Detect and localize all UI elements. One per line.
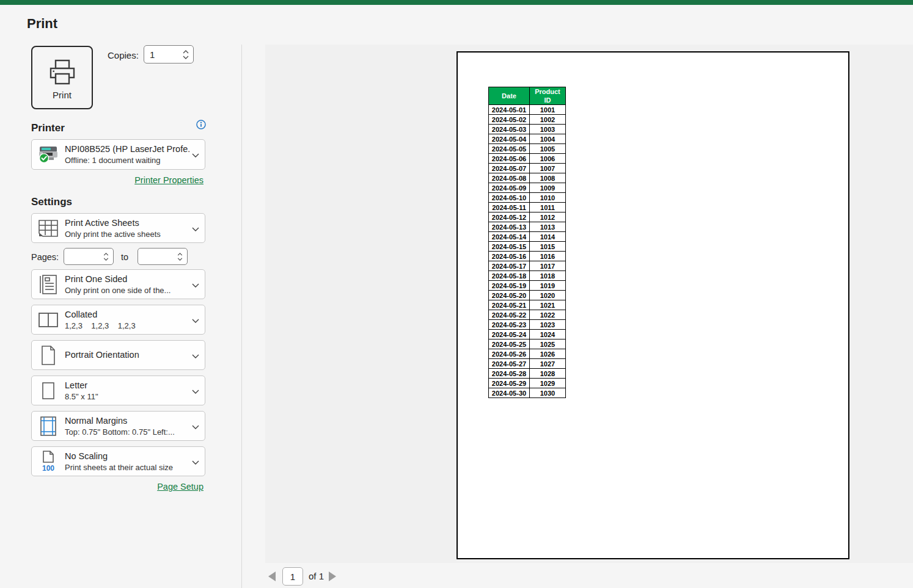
table-cell: 1018 bbox=[530, 271, 566, 281]
table-row: 2024-05-291029 bbox=[489, 379, 566, 388]
svg-text:100: 100 bbox=[42, 464, 54, 473]
orientation-dropdown[interactable]: Portrait Orientation bbox=[31, 340, 205, 370]
chevron-down-icon bbox=[189, 279, 205, 290]
table-row: 2024-05-271027 bbox=[489, 359, 566, 369]
table-cell: 1002 bbox=[530, 115, 566, 125]
table-cell: 2024-05-09 bbox=[489, 183, 530, 193]
table-row: 2024-05-131013 bbox=[489, 222, 566, 232]
table-cell: 1021 bbox=[530, 300, 566, 310]
scaling-dropdown[interactable]: 100 No Scaling Print sheets at their act… bbox=[31, 446, 205, 476]
table-cell: 2024-05-20 bbox=[489, 291, 530, 300]
spin-down-icon[interactable] bbox=[103, 258, 109, 261]
scaling-title: No Scaling bbox=[65, 451, 189, 462]
active-sheets-icon bbox=[32, 218, 65, 239]
duplex-dropdown[interactable]: Print One Sided Only print on one side o… bbox=[31, 269, 205, 299]
copies-input[interactable] bbox=[144, 49, 183, 60]
pages-from-stepper[interactable] bbox=[64, 248, 114, 265]
table-cell: 2024-05-23 bbox=[489, 320, 530, 330]
table-cell: 2024-05-18 bbox=[489, 271, 530, 281]
table-cell: 2024-05-24 bbox=[489, 330, 530, 339]
orientation-title: Portrait Orientation bbox=[65, 349, 189, 361]
table-cell: 1004 bbox=[530, 134, 566, 144]
table-row: 2024-05-241024 bbox=[489, 330, 566, 339]
table-row: 2024-05-211021 bbox=[489, 300, 566, 310]
pages-to-input[interactable] bbox=[138, 252, 177, 262]
printer-properties-link[interactable]: Printer Properties bbox=[31, 175, 204, 185]
info-icon[interactable] bbox=[196, 120, 206, 132]
pages-to-stepper[interactable] bbox=[138, 248, 188, 265]
current-page-input[interactable] bbox=[283, 568, 302, 585]
table-cell: 1022 bbox=[530, 310, 566, 320]
table-cell: 2024-05-10 bbox=[489, 193, 530, 203]
spin-down-icon[interactable] bbox=[183, 56, 189, 59]
paper-size-subtitle: 8.5" x 11" bbox=[65, 391, 189, 402]
print-preview-page: Date Product ID 2024-05-0110012024-05-02… bbox=[457, 51, 849, 559]
table-row: 2024-05-191019 bbox=[489, 281, 566, 291]
table-row: 2024-05-111011 bbox=[489, 203, 566, 212]
spin-up-icon[interactable] bbox=[177, 253, 183, 256]
table-cell: 2024-05-15 bbox=[489, 242, 530, 252]
table-cell: 1008 bbox=[530, 173, 566, 183]
next-page-arrow[interactable] bbox=[329, 572, 336, 581]
table-row: 2024-05-161016 bbox=[489, 252, 566, 261]
table-row: 2024-05-141014 bbox=[489, 232, 566, 242]
table-cell: 1020 bbox=[530, 291, 566, 300]
duplex-title: Print One Sided bbox=[65, 274, 189, 285]
copies-stepper[interactable] bbox=[144, 45, 194, 64]
table-cell: 2024-05-21 bbox=[489, 300, 530, 310]
table-cell: 2024-05-04 bbox=[489, 134, 530, 144]
table-cell: 1007 bbox=[530, 164, 566, 173]
printer-section-heading: Printer bbox=[31, 122, 65, 134]
print-button-label: Print bbox=[53, 90, 72, 100]
collation-dropdown[interactable]: Collated 1,2,3 1,2,3 1,2,3 bbox=[31, 305, 205, 335]
table-cell: 2024-05-13 bbox=[489, 222, 530, 232]
print-what-dropdown[interactable]: Print Active Sheets Only print the activ… bbox=[31, 213, 205, 243]
pages-from-input[interactable] bbox=[64, 252, 103, 262]
table-cell: 1015 bbox=[530, 242, 566, 252]
paper-size-dropdown[interactable]: Letter 8.5" x 11" bbox=[31, 376, 205, 405]
table-row: 2024-05-031003 bbox=[489, 125, 566, 134]
duplex-subtitle: Only print on one side of the... bbox=[65, 285, 189, 296]
spin-down-icon[interactable] bbox=[177, 258, 183, 261]
table-row: 2024-05-301030 bbox=[489, 388, 566, 398]
table-row: 2024-05-011001 bbox=[489, 105, 566, 115]
table-cell: 2024-05-01 bbox=[489, 105, 530, 115]
print-what-subtitle: Only print the active sheets bbox=[65, 229, 189, 239]
table-row: 2024-05-121012 bbox=[489, 212, 566, 222]
previous-page-arrow[interactable] bbox=[268, 572, 276, 581]
table-cell: 2024-05-14 bbox=[489, 232, 530, 242]
table-cell: 2024-05-02 bbox=[489, 115, 530, 125]
table-cell: 1028 bbox=[530, 369, 566, 379]
table-body: 2024-05-0110012024-05-0210022024-05-0310… bbox=[489, 105, 566, 398]
table-cell: 1025 bbox=[530, 339, 566, 349]
chevron-down-icon bbox=[189, 223, 205, 234]
print-button[interactable]: Print bbox=[31, 46, 93, 109]
table-cell: 1013 bbox=[530, 222, 566, 232]
collation-subtitle: 1,2,3 1,2,3 1,2,3 bbox=[65, 321, 189, 331]
table-cell: 2024-05-29 bbox=[489, 379, 530, 388]
table-row: 2024-05-061006 bbox=[489, 154, 566, 164]
page-count-label: of 1 bbox=[309, 571, 324, 581]
printer-status: Offline: 1 document waiting bbox=[65, 155, 189, 165]
pages-label: Pages: bbox=[31, 252, 59, 262]
margins-dropdown[interactable]: Normal Margins Top: 0.75" Bottom: 0.75" … bbox=[31, 411, 205, 441]
spin-up-icon[interactable] bbox=[183, 50, 189, 54]
table-cell: 2024-05-05 bbox=[489, 144, 530, 154]
table-row: 2024-05-091009 bbox=[489, 183, 566, 193]
table-cell: 1001 bbox=[530, 105, 566, 115]
print-what-title: Print Active Sheets bbox=[65, 217, 189, 229]
copies-label: Copies: bbox=[108, 50, 139, 60]
current-page-box[interactable] bbox=[282, 567, 303, 586]
table-cell: 1005 bbox=[530, 144, 566, 154]
table-cell: 2024-05-26 bbox=[489, 349, 530, 359]
table-cell: 1010 bbox=[530, 193, 566, 203]
table-cell: 2024-05-07 bbox=[489, 164, 530, 173]
spin-up-icon[interactable] bbox=[103, 253, 109, 256]
table-row: 2024-05-251025 bbox=[489, 339, 566, 349]
page-setup-link[interactable]: Page Setup bbox=[31, 482, 204, 492]
table-cell: 1003 bbox=[530, 125, 566, 134]
one-sided-icon bbox=[32, 274, 65, 296]
table-cell: 1014 bbox=[530, 232, 566, 242]
printer-select-dropdown[interactable]: NPI08B525 (HP LaserJet Profe... Offline:… bbox=[31, 139, 205, 170]
table-cell: 2024-05-22 bbox=[489, 310, 530, 320]
